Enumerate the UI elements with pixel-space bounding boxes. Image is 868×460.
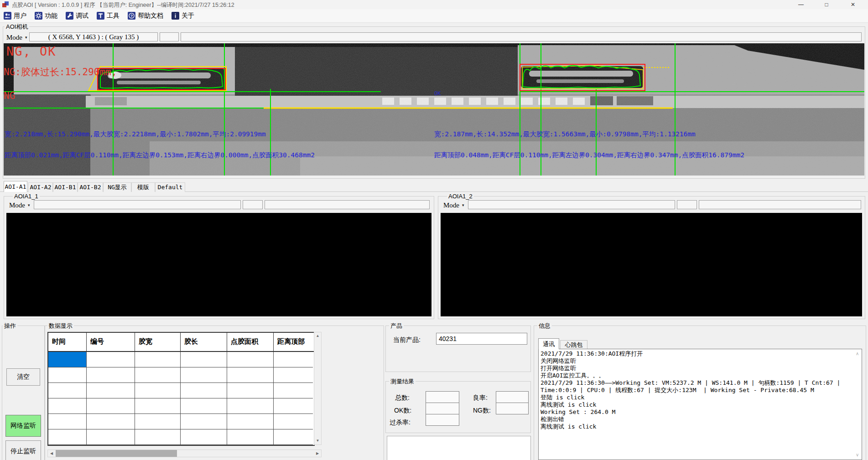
table-cell[interactable] <box>227 398 274 414</box>
maximize-icon[interactable]: □ <box>816 0 837 9</box>
stop-listen-button[interactable]: 停止监听 <box>5 440 41 460</box>
tab-heartbeat[interactable]: 心跳包 <box>560 340 587 349</box>
overkill-rate-field[interactable] <box>426 414 459 426</box>
table-cell[interactable] <box>48 414 87 429</box>
table-cell[interactable] <box>274 352 313 367</box>
table-cell[interactable] <box>87 352 135 367</box>
total-count-field[interactable] <box>426 391 459 403</box>
minimize-icon[interactable]: — <box>790 0 811 9</box>
toolbar-item-debug[interactable]: 调试 <box>66 12 88 20</box>
table-cell[interactable] <box>181 398 227 414</box>
subview2-field-2[interactable] <box>677 200 697 209</box>
table-cell[interactable] <box>135 429 181 445</box>
toolbar-item-help[interactable]: ? 帮助文档 <box>128 12 163 20</box>
scroll-left-icon[interactable]: ◀ <box>48 450 55 457</box>
table-row[interactable] <box>48 383 314 398</box>
subview2-mode-dropdown[interactable]: Mode ▾ <box>443 201 464 210</box>
tab-aoi-b1[interactable]: AOI-B1 <box>53 182 78 192</box>
tab-aoi-b2[interactable]: AOI-B2 <box>78 182 103 192</box>
tab-template[interactable]: 模版 <box>131 182 155 192</box>
camera-field-3[interactable] <box>181 32 862 41</box>
table-row[interactable] <box>48 414 314 429</box>
subview1-field-1[interactable] <box>34 200 241 209</box>
table-vertical-scrollbar[interactable]: ▲ ▼ <box>314 332 322 445</box>
camera-mode-dropdown[interactable]: Mode ▾ <box>6 33 27 42</box>
table-row[interactable] <box>48 352 314 367</box>
table-cell[interactable] <box>135 414 181 429</box>
table-row[interactable] <box>48 398 314 414</box>
table-cell[interactable] <box>227 383 274 398</box>
subview1-image[interactable] <box>6 213 431 316</box>
toolbar-item-function[interactable]: 功能 <box>35 12 57 20</box>
tab-communication[interactable]: 通讯 <box>538 338 559 349</box>
camera-field-2[interactable] <box>160 32 179 41</box>
tab-default[interactable]: Default <box>155 182 185 192</box>
table-cell[interactable] <box>48 429 87 445</box>
yield-rate-field[interactable] <box>496 391 529 403</box>
subview1-field-3[interactable] <box>265 200 430 209</box>
ng-count-field[interactable] <box>496 403 529 414</box>
column-header[interactable]: 距离顶部 <box>274 333 313 351</box>
scrollbar-thumb[interactable] <box>56 450 177 457</box>
scroll-right-icon[interactable]: ▶ <box>314 450 321 457</box>
table-row[interactable] <box>48 429 314 445</box>
clear-button[interactable]: 清空 <box>6 368 40 386</box>
table-cell[interactable] <box>135 352 181 367</box>
communication-log[interactable]: 2021/7/29 11:36:30:AOI程序打开 关闭网络监听 打开网络监听… <box>538 349 862 460</box>
tab-aoi-a2[interactable]: AOI-A2 <box>28 182 53 192</box>
toolbar-item-user[interactable]: 用户 <box>4 12 26 20</box>
column-header[interactable]: 点胶面积 <box>227 333 274 351</box>
table-cell[interactable] <box>87 429 135 445</box>
table-cell[interactable] <box>227 367 274 383</box>
table-cell[interactable] <box>135 398 181 414</box>
table-cell[interactable] <box>181 352 227 367</box>
table-cell[interactable] <box>48 398 87 414</box>
table-cell[interactable] <box>274 383 313 398</box>
table-row[interactable] <box>48 367 314 383</box>
toolbar-item-about[interactable]: 关于 <box>172 12 194 20</box>
tab-ng-display[interactable]: NG显示 <box>103 182 131 192</box>
camera-coordinates-field[interactable]: ( X 6568, Y 1463 ) : ( Gray 135 ) <box>29 32 158 41</box>
camera-view[interactable]: NG, OK NG:胶体过长:15.290mm, NG OK 宽:2.218mm… <box>4 43 864 176</box>
table-cell[interactable] <box>87 383 135 398</box>
table-cell[interactable] <box>274 367 313 383</box>
table-cell[interactable] <box>274 429 313 445</box>
column-header[interactable]: 时间 <box>48 333 87 351</box>
table-horizontal-scrollbar[interactable]: ◀ ▶ <box>47 450 322 457</box>
tab-aoi-a1[interactable]: AOI-A1 <box>4 181 27 192</box>
table-cell[interactable] <box>48 383 87 398</box>
table-cell[interactable] <box>274 414 313 429</box>
network-listen-button[interactable]: 网络监听 <box>5 415 41 437</box>
scroll-up-icon[interactable]: ▲ <box>314 332 321 340</box>
table-cell[interactable] <box>87 367 135 383</box>
table-cell[interactable] <box>227 414 274 429</box>
subview2-field-1[interactable] <box>468 200 675 209</box>
subview2-field-3[interactable] <box>699 200 861 209</box>
table-cell[interactable] <box>181 429 227 445</box>
table-cell[interactable] <box>135 367 181 383</box>
table-cell[interactable] <box>181 414 227 429</box>
subview2-image[interactable] <box>441 213 862 316</box>
column-header[interactable]: 胶宽 <box>135 333 181 351</box>
current-product-field[interactable]: 40231 <box>436 333 527 345</box>
table-cell[interactable] <box>227 352 274 367</box>
table-cell[interactable] <box>87 414 135 429</box>
log-scroll-up-icon[interactable]: ∧ <box>856 351 859 356</box>
column-header[interactable]: 胶长 <box>181 333 227 351</box>
table-cell[interactable] <box>227 429 274 445</box>
table-cell[interactable] <box>135 383 181 398</box>
ok-count-field[interactable] <box>426 403 459 414</box>
log-scroll-down-icon[interactable]: ∨ <box>856 452 859 457</box>
close-icon[interactable]: ✕ <box>842 0 863 9</box>
column-header[interactable]: 编号 <box>87 333 135 351</box>
toolbar-item-tools[interactable]: 工具 <box>97 12 120 20</box>
table-cell[interactable] <box>48 367 87 383</box>
table-cell[interactable] <box>274 398 313 414</box>
subview1-mode-dropdown[interactable]: Mode ▾ <box>9 201 30 210</box>
table-cell[interactable] <box>87 398 135 414</box>
scroll-down-icon[interactable]: ▼ <box>314 437 321 444</box>
table-cell[interactable] <box>181 383 227 398</box>
subview1-field-2[interactable] <box>243 200 263 209</box>
selected-cell[interactable] <box>48 352 87 367</box>
table-cell[interactable] <box>181 367 227 383</box>
